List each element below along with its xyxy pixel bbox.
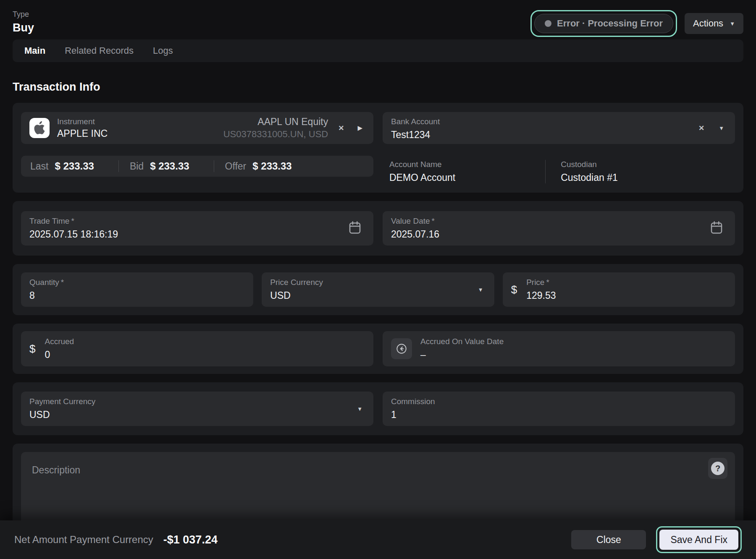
arrow-left-circle-icon[interactable] — [391, 338, 412, 359]
save-highlight-ring: Save And Fix — [656, 526, 742, 553]
tab-logs[interactable]: Logs — [153, 45, 173, 56]
price-currency-field[interactable]: Price Currency USD ▼ — [262, 272, 494, 307]
instrument-text: Instrument APPLE INC — [57, 117, 108, 139]
net-amount-value: -$1 037.24 — [163, 533, 218, 546]
account-name-block: Account Name DEMO Account — [389, 160, 545, 183]
type-label: Type — [13, 10, 34, 19]
payment-card: Payment Currency USD ▼ Commission 1 — [13, 382, 743, 435]
section-title: Transaction Info — [13, 81, 743, 94]
quotes-bar: Last $ 233.33 Bid $ 233.33 Offer $ 233.3… — [21, 156, 373, 177]
trade-ticket-window: Type Buy Error · Processing Error Action… — [0, 0, 756, 559]
quantity-value: 8 — [29, 290, 245, 301]
status-badge-label: Error · Processing Error — [557, 18, 663, 29]
dates-card: Trade Time* 2025.07.15 18:16:19 Value Da… — [13, 201, 743, 256]
required-asterisk: * — [61, 278, 64, 287]
accrued-field[interactable]: $ Accrued 0 — [21, 331, 373, 366]
trade-time-field[interactable]: Trade Time* 2025.07.15 18:16:19 — [21, 211, 373, 246]
custodian-block: Custodian Custodian #1 — [545, 160, 728, 183]
tab-bar: Main Related Records Logs — [13, 39, 743, 62]
topbar: Type Buy Error · Processing Error Action… — [0, 0, 756, 37]
payment-currency-value: USD — [29, 409, 365, 421]
quantity-field[interactable]: Quantity* 8 — [21, 272, 253, 307]
commission-value: 1 — [391, 409, 727, 421]
bank-account-column: Bank Account Test1234 ✕ ▼ Account Name D… — [383, 112, 735, 183]
dollar-prefix-icon: $ — [29, 342, 35, 355]
bank-account-value: Test1234 — [391, 129, 727, 141]
actions-label: Actions — [693, 18, 723, 29]
accrued-value: 0 — [45, 349, 74, 360]
quote-offer: Offer $ 233.33 — [225, 160, 292, 172]
payment-currency-field[interactable]: Payment Currency USD ▼ — [21, 392, 373, 426]
caret-down-icon: ▼ — [730, 21, 735, 26]
save-and-fix-button[interactable]: Save And Fix — [659, 530, 738, 550]
tab-main[interactable]: Main — [24, 45, 45, 56]
bank-account-dropdown-icon[interactable]: ▼ — [719, 125, 724, 131]
bank-account-label: Bank Account — [391, 117, 727, 126]
account-info-row: Account Name DEMO Account Custodian Cust… — [383, 160, 735, 183]
value-date-field[interactable]: Value Date* 2025.07.16 — [383, 211, 735, 246]
price-field[interactable]: $ Price* 129.53 — [503, 272, 735, 307]
quote-last: Last $ 233.33 — [30, 160, 119, 172]
instrument-card: Instrument APPLE INC AAPL UN Equity US03… — [13, 103, 743, 193]
quote-label: Offer — [225, 161, 247, 172]
type-block: Type Buy — [13, 10, 34, 34]
instrument-identifier: US0378331005.UN, USD — [223, 129, 328, 140]
help-button[interactable]: ? — [708, 458, 727, 479]
quote-label: Last — [30, 161, 48, 172]
instrument-ticker: AAPL UN Equity — [223, 116, 328, 128]
clear-bank-account-icon[interactable]: ✕ — [698, 124, 704, 133]
calendar-icon[interactable] — [347, 220, 362, 237]
account-name-label: Account Name — [389, 160, 545, 169]
quote-value: $ 233.33 — [252, 160, 291, 172]
required-asterisk: * — [432, 217, 435, 225]
custodian-value: Custodian #1 — [561, 172, 728, 183]
accrued-on-value-date-value: – — [420, 349, 504, 360]
payment-currency-label: Payment Currency — [29, 397, 365, 406]
payment-currency-dropdown-icon[interactable]: ▼ — [357, 406, 362, 412]
accrued-on-value-date-label: Accrued On Value Date — [420, 337, 504, 346]
quantity-label: Quantity — [29, 278, 59, 287]
account-name-value: DEMO Account — [389, 172, 545, 183]
clear-instrument-icon[interactable]: ✕ — [338, 124, 344, 133]
expand-instrument-icon[interactable]: ▶ — [357, 124, 362, 132]
net-amount-label: Net Amount Payment Currency — [14, 534, 153, 546]
dollar-prefix-icon: $ — [511, 283, 517, 296]
question-mark-icon: ? — [711, 462, 724, 475]
quote-value: $ 233.33 — [55, 160, 94, 172]
status-dot-icon — [545, 20, 551, 27]
instrument-column: Instrument APPLE INC AAPL UN Equity US03… — [21, 112, 373, 183]
value-date-label: Value Date — [391, 217, 430, 225]
status-highlight-ring: Error · Processing Error — [530, 10, 677, 37]
price-currency-dropdown-icon[interactable]: ▼ — [478, 287, 483, 293]
accrued-card: $ Accrued 0 Accrued On Value Date – — [13, 324, 743, 374]
quote-label: Bid — [130, 161, 144, 172]
commission-label: Commission — [391, 397, 727, 406]
pricing-card: Quantity* 8 Price Currency USD ▼ $ Price… — [13, 264, 743, 315]
instrument-security-info: AAPL UN Equity US0378331005.UN, USD — [223, 116, 328, 140]
instrument-field[interactable]: Instrument APPLE INC AAPL UN Equity US03… — [21, 112, 373, 144]
price-value: 129.53 — [526, 290, 556, 301]
close-button[interactable]: Close — [571, 530, 646, 549]
accrued-label: Accrued — [45, 337, 74, 346]
topbar-right: Error · Processing Error Actions ▼ — [530, 10, 743, 37]
trade-time-value: 2025.07.15 18:16:19 — [29, 229, 365, 240]
price-currency-label: Price Currency — [270, 278, 486, 287]
custodian-label: Custodian — [561, 160, 728, 169]
apple-logo-icon — [29, 118, 50, 138]
commission-field[interactable]: Commission 1 — [383, 392, 735, 426]
tab-related-records[interactable]: Related Records — [65, 45, 134, 56]
accrued-on-value-date-field[interactable]: Accrued On Value Date – — [383, 331, 735, 366]
instrument-name: APPLE INC — [57, 128, 108, 139]
required-asterisk: * — [71, 217, 74, 225]
status-badge[interactable]: Error · Processing Error — [534, 14, 673, 33]
price-label: Price — [526, 278, 544, 287]
instrument-label: Instrument — [57, 117, 108, 126]
calendar-icon[interactable] — [709, 220, 724, 237]
value-date-value: 2025.07.16 — [391, 229, 727, 240]
quote-value: $ 233.33 — [150, 160, 189, 172]
type-value: Buy — [13, 21, 34, 34]
actions-button[interactable]: Actions ▼ — [685, 13, 743, 34]
bank-account-field[interactable]: Bank Account Test1234 ✕ ▼ — [383, 112, 735, 144]
price-currency-value: USD — [270, 290, 486, 301]
trade-time-label: Trade Time — [29, 217, 69, 225]
